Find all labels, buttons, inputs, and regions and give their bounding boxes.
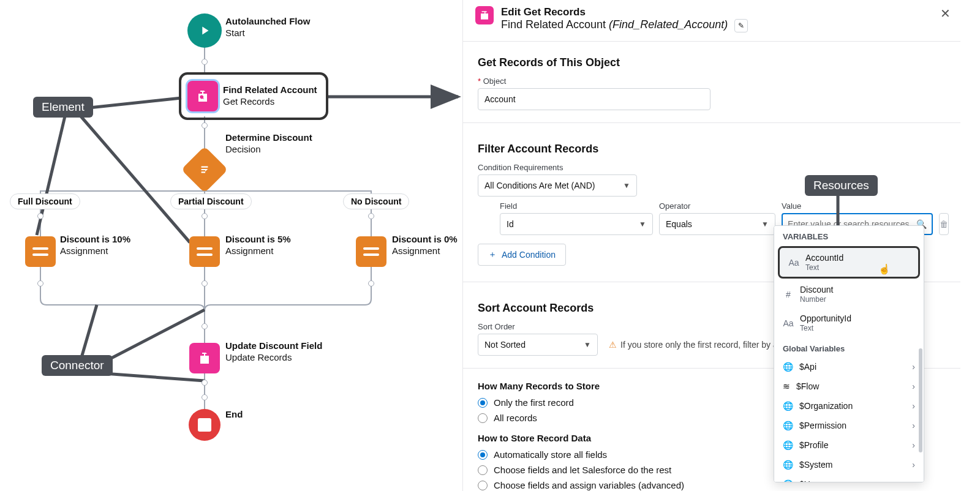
- dd-global-api[interactable]: 🌐$Api ›: [774, 357, 924, 377]
- sort-warning: ⚠If you store only the first record, fil…: [609, 340, 785, 350]
- dd-global-organization[interactable]: 🌐$Organization ›: [774, 396, 924, 416]
- section-filter: Filter Account Records: [478, 143, 946, 156]
- connector-dot: [202, 394, 208, 400]
- start-node[interactable]: [187, 13, 222, 48]
- panel-subtitle: Find Related Account (Find_Related_Accou…: [501, 18, 748, 32]
- connector-dot: [37, 280, 43, 287]
- edit-name-icon[interactable]: ✎: [734, 19, 748, 32]
- decision-node[interactable]: [181, 146, 228, 193]
- update-records-label: Update Discount FieldUpdate Records: [225, 340, 322, 364]
- chevron-down-icon: ▼: [761, 220, 769, 228]
- panel-title: Edit Get Records: [501, 6, 748, 18]
- connector-dot: [202, 59, 208, 65]
- assign-10-node[interactable]: [25, 236, 56, 267]
- chevron-right-icon: ›: [912, 421, 915, 430]
- type-icon: #: [783, 290, 794, 299]
- chevron-right-icon: ›: [912, 401, 915, 411]
- operator-label: Operator: [659, 201, 775, 211]
- field-select[interactable]: Id▼: [500, 213, 653, 235]
- type-icon: Aa: [783, 318, 794, 328]
- chevron-right-icon: ›: [912, 381, 915, 391]
- connector-dot: [202, 122, 208, 129]
- branch-full[interactable]: Full Discount: [10, 193, 80, 209]
- globe-icon: 🌐: [783, 460, 793, 470]
- globe-icon: 🌐: [783, 362, 793, 372]
- connector-dot: [368, 213, 374, 219]
- cond-req-select[interactable]: All Conditions Are Met (AND)▼: [478, 174, 637, 197]
- globe-icon: 🌐: [783, 401, 793, 411]
- sort-select[interactable]: Not Sorted▼: [478, 334, 598, 356]
- value-label: Value: [782, 201, 933, 211]
- connector-dot: [37, 213, 43, 219]
- chevron-down-icon: ▼: [623, 181, 630, 190]
- start-label: Autolaunched FlowStart: [225, 16, 310, 39]
- chevron-right-icon: ›: [912, 362, 915, 372]
- svg-line-6: [89, 98, 181, 108]
- cursor-icon: ☝: [878, 263, 891, 275]
- close-icon[interactable]: ✕: [940, 6, 951, 21]
- dd-var-opportunityid[interactable]: Aa OpportunityIdText: [774, 309, 924, 337]
- connector-dot: [202, 323, 208, 329]
- update-records-node[interactable]: [189, 343, 220, 373]
- get-records-node[interactable]: Find Related AccountGet Records: [179, 72, 328, 120]
- callout-resources: Resources: [805, 175, 878, 196]
- assign-0-node[interactable]: [356, 236, 386, 267]
- flow-canvas[interactable]: Element Connector Autolaunched FlowStart…: [0, 0, 463, 491]
- chevron-right-icon: ›: [912, 440, 915, 450]
- end-label: End: [225, 409, 243, 421]
- get-records-icon: [187, 81, 218, 111]
- resource-dropdown[interactable]: VARIABLES Aa AccountIdText # DiscountNum…: [774, 225, 924, 482]
- object-input[interactable]: Account: [478, 88, 710, 110]
- chevron-right-icon: ›: [912, 479, 915, 482]
- assign-10-label: Discount is 10%Assignment: [60, 234, 130, 257]
- dd-global-permission[interactable]: 🌐$Permission ›: [774, 416, 924, 435]
- svg-line-11: [104, 373, 205, 381]
- assign-5-label: Discount is 5%Assignment: [225, 234, 291, 257]
- cond-req-label: Condition Requirements: [478, 163, 946, 172]
- plus-icon: ＋: [488, 249, 497, 260]
- svg-line-8: [81, 116, 190, 242]
- dd-var-discount[interactable]: # DiscountNumber: [774, 280, 924, 309]
- type-icon: Aa: [788, 258, 799, 268]
- object-label: Object: [478, 77, 946, 86]
- connector-dot: [202, 213, 208, 219]
- globe-icon: 🌐: [783, 479, 793, 482]
- globe-icon: ≋: [783, 381, 790, 391]
- dd-global-profile[interactable]: 🌐$Profile ›: [774, 435, 924, 455]
- get-records-icon: [475, 6, 494, 24]
- connector-dot: [202, 380, 208, 386]
- callout-connector: Connector: [42, 355, 113, 376]
- dd-var-accountid[interactable]: Aa AccountIdText: [778, 246, 920, 279]
- dd-global-system[interactable]: 🌐$System ›: [774, 455, 924, 474]
- get-records-label: Find Related AccountGet Records: [223, 84, 317, 108]
- dd-global-user[interactable]: 🌐$User ›: [774, 474, 924, 482]
- assign-0-label: Discount is 0%Assignment: [392, 234, 458, 257]
- assign-5-node[interactable]: [189, 236, 220, 267]
- globe-icon: 🌐: [783, 440, 793, 450]
- connector-dot: [368, 280, 374, 287]
- chevron-down-icon: ▼: [639, 220, 646, 228]
- dd-globals-header: Global Variables: [774, 338, 924, 357]
- warning-icon: ⚠: [609, 340, 617, 350]
- scrollbar[interactable]: [919, 348, 922, 452]
- end-node[interactable]: [189, 409, 221, 441]
- decision-label: Determine DiscountDecision: [225, 132, 312, 156]
- delete-condition-button[interactable]: 🗑: [939, 213, 949, 235]
- connector-dot: [202, 280, 208, 287]
- branch-partial[interactable]: Partial Discount: [170, 193, 252, 209]
- chevron-right-icon: ›: [912, 460, 915, 470]
- section-object: Get Records of This Object: [478, 56, 946, 69]
- dd-global-flow[interactable]: ≋$Flow ›: [774, 377, 924, 396]
- operator-select[interactable]: Equals▼: [659, 213, 775, 235]
- callout-element: Element: [33, 97, 93, 118]
- add-condition-button[interactable]: ＋Add Condition: [478, 244, 566, 266]
- chevron-down-icon: ▼: [584, 340, 591, 349]
- globe-icon: 🌐: [783, 421, 793, 430]
- field-label: Field: [500, 201, 653, 211]
- dd-variables-header: VARIABLES: [774, 226, 924, 245]
- branch-none[interactable]: No Discount: [343, 193, 409, 209]
